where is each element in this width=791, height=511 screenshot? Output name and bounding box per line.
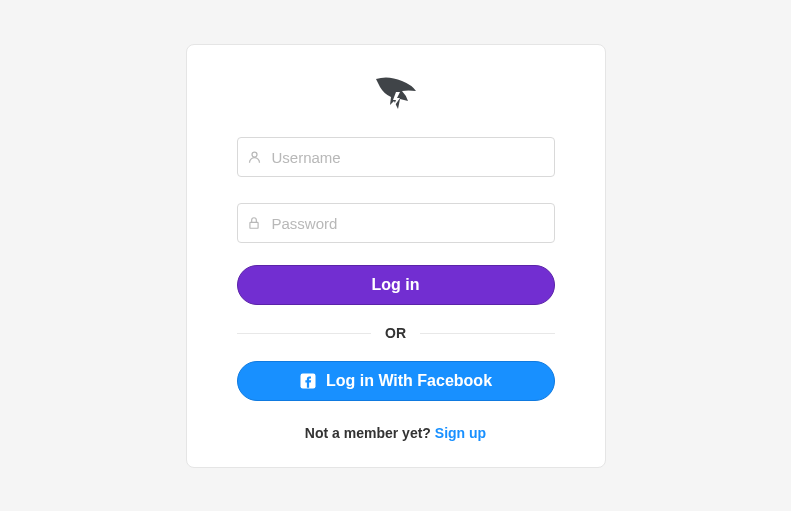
- login-card: Log in OR Log in With Facebook Not a mem…: [186, 44, 606, 468]
- divider-line-right: [420, 333, 555, 334]
- app-logo-icon: [374, 75, 418, 119]
- username-field-wrap: [237, 137, 555, 177]
- password-input[interactable]: [237, 203, 555, 243]
- facebook-button-label: Log in With Facebook: [326, 372, 492, 390]
- divider: OR: [237, 325, 555, 341]
- user-icon: [247, 150, 262, 165]
- username-input[interactable]: [237, 137, 555, 177]
- facebook-login-button[interactable]: Log in With Facebook: [237, 361, 555, 401]
- divider-line-left: [237, 333, 372, 334]
- signup-prompt-text: Not a member yet?: [305, 425, 435, 441]
- facebook-icon: [299, 372, 317, 390]
- password-field-wrap: [237, 203, 555, 243]
- svg-rect-1: [249, 222, 257, 228]
- divider-text: OR: [371, 325, 420, 341]
- svg-point-0: [252, 152, 257, 157]
- signup-link[interactable]: Sign up: [435, 425, 486, 441]
- lock-icon: [247, 216, 261, 230]
- signup-prompt: Not a member yet? Sign up: [305, 425, 486, 441]
- login-button[interactable]: Log in: [237, 265, 555, 305]
